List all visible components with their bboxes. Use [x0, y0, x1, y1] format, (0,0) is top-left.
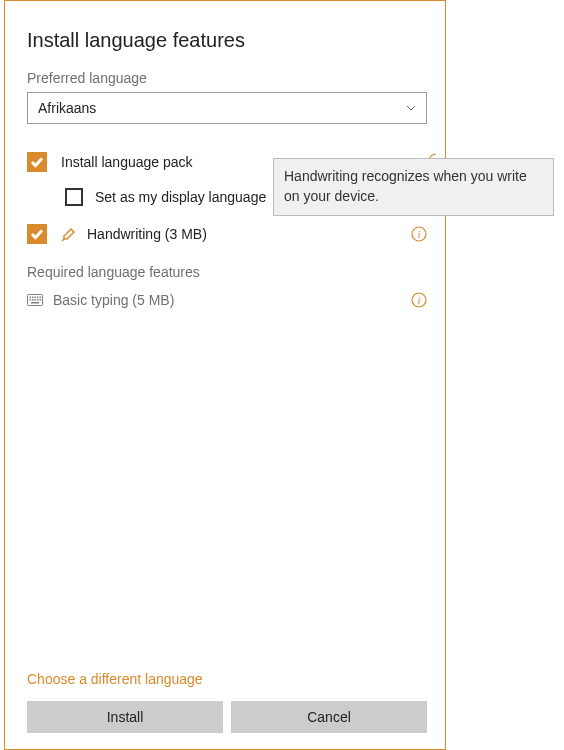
- svg-rect-10: [35, 299, 37, 301]
- checkbox-handwriting[interactable]: [27, 224, 47, 244]
- install-language-dialog: Install language features Preferred lang…: [4, 0, 446, 750]
- svg-rect-4: [32, 297, 34, 299]
- handwriting-icon: [61, 226, 77, 242]
- preferred-language-select[interactable]: Afrikaans: [27, 92, 427, 124]
- install-button[interactable]: Install: [27, 701, 223, 733]
- required-section-label: Required language features: [27, 264, 427, 280]
- required-basic-typing: Basic typing (5 MB) i: [27, 292, 427, 308]
- svg-rect-8: [30, 299, 32, 301]
- preferred-language-label: Preferred language: [27, 70, 427, 86]
- cancel-button[interactable]: Cancel: [231, 701, 427, 733]
- display-language-label: Set as my display language: [95, 189, 266, 205]
- svg-rect-12: [40, 299, 42, 301]
- svg-rect-7: [40, 297, 42, 299]
- feature-handwriting: Handwriting (3 MB) i: [27, 224, 427, 244]
- dialog-buttons: Install Cancel: [27, 701, 427, 733]
- chevron-down-icon: [406, 103, 416, 113]
- keyboard-icon: [27, 292, 43, 308]
- handwriting-label: Handwriting (3 MB): [87, 226, 207, 242]
- svg-text:i: i: [417, 228, 420, 240]
- svg-rect-5: [35, 297, 37, 299]
- checkbox-display-language[interactable]: [65, 188, 83, 206]
- check-icon: [30, 155, 44, 169]
- checkbox-language-pack[interactable]: [27, 152, 47, 172]
- choose-different-language-link[interactable]: Choose a different language: [27, 671, 427, 687]
- dialog-title: Install language features: [27, 29, 427, 52]
- handwriting-tooltip: Handwriting recognizes when you write on…: [273, 158, 554, 216]
- info-icon[interactable]: i: [411, 292, 427, 308]
- selected-language-text: Afrikaans: [38, 100, 96, 116]
- check-icon: [30, 227, 44, 241]
- svg-text:i: i: [417, 294, 420, 306]
- svg-rect-11: [37, 299, 39, 301]
- info-icon[interactable]: i: [411, 226, 427, 242]
- basic-typing-label: Basic typing (5 MB): [53, 292, 174, 308]
- svg-rect-3: [30, 297, 32, 299]
- svg-rect-9: [32, 299, 34, 301]
- svg-rect-13: [31, 302, 39, 304]
- svg-rect-6: [37, 297, 39, 299]
- language-pack-label: Install language pack: [61, 154, 193, 170]
